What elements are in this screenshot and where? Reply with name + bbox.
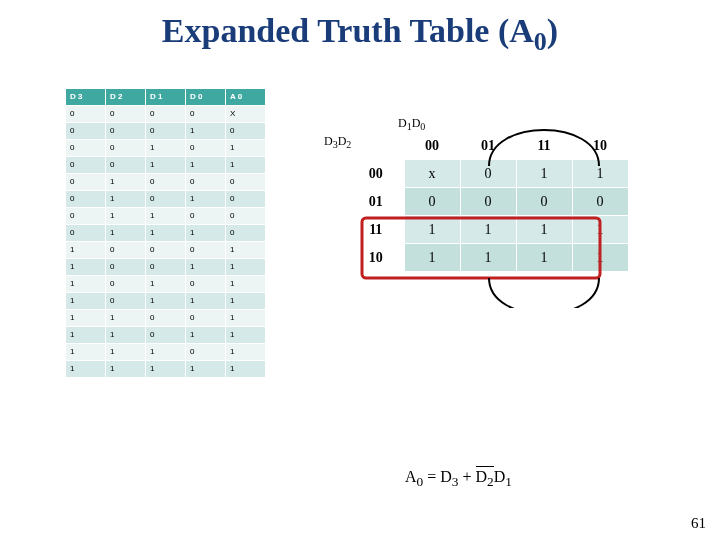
page-number: 61 [691, 515, 706, 532]
kmap-col-var-label: D1D0 [398, 116, 425, 132]
kmap-col-head: 00 [404, 132, 460, 160]
content-area: D 3D 2D 1D 0A 0 0000X0001000101001110100… [0, 63, 720, 378]
truth-header-1: D 2 [106, 88, 146, 105]
truth-cell: 0 [186, 105, 226, 122]
truth-row: 00101 [66, 139, 266, 156]
truth-cell: 1 [106, 326, 146, 343]
kmap-col-head: 11 [516, 132, 572, 160]
truth-cell: 0 [66, 224, 106, 241]
truth-header-4: A 0 [226, 88, 266, 105]
title-close: ) [547, 12, 558, 49]
truth-cell: 0 [186, 343, 226, 360]
truth-cell: 1 [226, 241, 266, 258]
kmap-cell: 1 [572, 244, 628, 272]
kmap-area: D1D0 D3D2 00011110 00x011010000111111101… [314, 88, 629, 378]
truth-row: 10111 [66, 292, 266, 309]
truth-cell: 1 [226, 343, 266, 360]
truth-cell: 1 [226, 292, 266, 309]
truth-cell: 1 [226, 360, 266, 377]
kmap-cell: 0 [404, 188, 460, 216]
truth-cell: 1 [226, 326, 266, 343]
truth-cell: 0 [146, 105, 186, 122]
truth-cell: 0 [186, 173, 226, 190]
kmap-col-head: 01 [460, 132, 516, 160]
truth-header-2: D 1 [146, 88, 186, 105]
truth-header-0: D 3 [66, 88, 106, 105]
kmap-cell: 1 [404, 244, 460, 272]
truth-cell: 1 [186, 122, 226, 139]
truth-header-3: D 0 [186, 88, 226, 105]
truth-cell: 1 [66, 326, 106, 343]
truth-cell: 1 [146, 360, 186, 377]
truth-row: 11011 [66, 326, 266, 343]
truth-cell: 1 [66, 258, 106, 275]
truth-cell: 1 [146, 224, 186, 241]
truth-cell: 0 [146, 122, 186, 139]
kmap-cell: 1 [516, 216, 572, 244]
truth-cell: 0 [106, 139, 146, 156]
truth-cell: 1 [186, 190, 226, 207]
truth-cell: 1 [186, 258, 226, 275]
kmap-cell: 0 [516, 188, 572, 216]
truth-cell: 0 [186, 309, 226, 326]
truth-cell: 0 [106, 292, 146, 309]
truth-cell: 1 [186, 360, 226, 377]
truth-cell: 0 [66, 156, 106, 173]
truth-cell: 0 [66, 139, 106, 156]
kmap-row-head: 00 [348, 160, 404, 188]
truth-cell: 0 [106, 105, 146, 122]
kmap-table: 00011110 00x011010000111111101111 [348, 132, 629, 273]
truth-cell: 0 [146, 258, 186, 275]
truth-cell: 1 [226, 258, 266, 275]
result-equation: A0 = D3 + D2D1 [405, 468, 512, 490]
group-arc-bottom [489, 278, 599, 308]
truth-cell: 0 [186, 207, 226, 224]
truth-cell: 0 [106, 156, 146, 173]
truth-row: 10011 [66, 258, 266, 275]
truth-cell: 1 [146, 156, 186, 173]
truth-row: 00111 [66, 156, 266, 173]
kmap-cell: 1 [404, 216, 460, 244]
truth-cell: 1 [106, 190, 146, 207]
truth-cell: 1 [106, 343, 146, 360]
truth-cell: 0 [66, 207, 106, 224]
truth-row: 0000X [66, 105, 266, 122]
truth-cell: 0 [146, 173, 186, 190]
kmap-row-head: 10 [348, 244, 404, 272]
truth-cell: X [226, 105, 266, 122]
truth-cell: 0 [106, 258, 146, 275]
truth-cell: 0 [146, 326, 186, 343]
kmap-row-var-label: D3D2 [324, 134, 351, 150]
truth-cell: 0 [226, 190, 266, 207]
truth-cell: 0 [66, 173, 106, 190]
kmap-cell: 0 [460, 188, 516, 216]
truth-row: 01010 [66, 190, 266, 207]
truth-cell: 1 [226, 309, 266, 326]
kmap-cell: 1 [572, 216, 628, 244]
truth-table: D 3D 2D 1D 0A 0 0000X0001000101001110100… [65, 88, 266, 378]
truth-cell: 1 [66, 309, 106, 326]
title-sub: 0 [534, 27, 547, 56]
truth-cell: 1 [186, 156, 226, 173]
truth-cell: 1 [146, 275, 186, 292]
truth-cell: 1 [106, 309, 146, 326]
kmap-cell: 0 [572, 188, 628, 216]
kmap-cell: 1 [460, 244, 516, 272]
kmap-row-head: 01 [348, 188, 404, 216]
truth-cell: 0 [106, 275, 146, 292]
truth-cell: 0 [226, 224, 266, 241]
truth-row: 10001 [66, 241, 266, 258]
truth-cell: 1 [146, 207, 186, 224]
truth-cell: 1 [66, 241, 106, 258]
truth-cell: 0 [186, 139, 226, 156]
truth-cell: 0 [106, 241, 146, 258]
truth-row: 11001 [66, 309, 266, 326]
truth-cell: 1 [186, 292, 226, 309]
truth-cell: 0 [146, 241, 186, 258]
truth-cell: 0 [66, 122, 106, 139]
truth-cell: 0 [66, 190, 106, 207]
page-title: Expanded Truth Table (A0) [0, 0, 720, 63]
truth-cell: 1 [66, 343, 106, 360]
kmap-cell: 1 [572, 160, 628, 188]
truth-cell: 0 [66, 105, 106, 122]
